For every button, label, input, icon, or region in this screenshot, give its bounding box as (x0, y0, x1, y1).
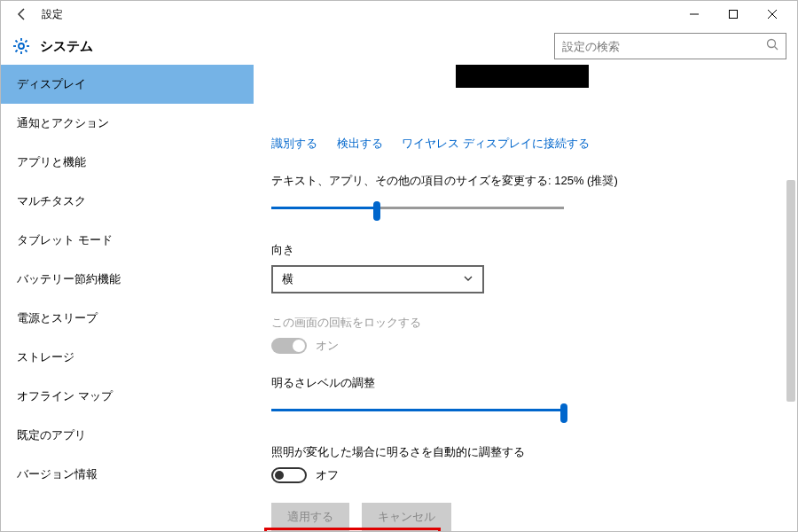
detect-link[interactable]: 検出する (337, 137, 383, 150)
sidebar-item-apps[interactable]: アプリと機能 (1, 143, 254, 182)
window-controls (675, 1, 792, 27)
search-box[interactable] (554, 33, 786, 59)
identify-link[interactable]: 識別する (271, 137, 317, 150)
brightness-label: 明るさレベルの調整 (271, 375, 772, 391)
window-title: 設定 (42, 7, 63, 22)
auto-brightness-toggle[interactable] (271, 467, 307, 483)
sidebar-item-notifications[interactable]: 通知とアクション (1, 104, 254, 143)
button-row: 適用する キャンセル (271, 503, 772, 531)
sidebar-item-about[interactable]: バージョン情報 (1, 455, 254, 494)
rotation-lock-toggle (271, 338, 307, 354)
sidebar-item-battery[interactable]: バッテリー節約機能 (1, 260, 254, 299)
minimize-button[interactable] (675, 1, 714, 27)
maximize-button[interactable] (714, 1, 753, 27)
svg-line-12 (16, 50, 18, 51)
brightness-slider[interactable] (271, 398, 564, 423)
sidebar-item-multitask[interactable]: マルチタスク (1, 182, 254, 221)
back-button[interactable] (6, 1, 38, 27)
sidebar-item-maps[interactable]: オフライン マップ (1, 377, 254, 416)
sidebar: ディスプレイ 通知とアクション アプリと機能 マルチタスク タブレット モード … (1, 65, 254, 531)
rotation-lock-state: オン (316, 338, 339, 354)
svg-line-9 (16, 41, 18, 43)
close-button[interactable] (753, 1, 792, 27)
display-preview (271, 65, 772, 118)
page-title: システム (40, 38, 93, 55)
search-input[interactable] (562, 40, 766, 53)
body: ディスプレイ 通知とアクション アプリと機能 マルチタスク タブレット モード … (1, 65, 797, 531)
auto-brightness-state: オフ (316, 467, 339, 483)
header: システム (1, 27, 797, 65)
search-icon (766, 38, 778, 54)
orientation-label: 向き (271, 242, 772, 258)
scale-label: テキスト、アプリ、その他の項目のサイズを変更する: 125% (推奨) (271, 173, 772, 189)
display-action-links: 識別する 検出する ワイヤレス ディスプレイに接続する (271, 136, 772, 152)
titlebar: 設定 (1, 1, 797, 27)
svg-line-14 (775, 47, 778, 51)
cancel-button[interactable]: キャンセル (362, 503, 451, 531)
svg-line-10 (25, 50, 27, 51)
svg-line-11 (25, 41, 27, 43)
gear-icon (12, 36, 31, 56)
scale-slider[interactable] (271, 196, 564, 221)
wireless-display-link[interactable]: ワイヤレス ディスプレイに接続する (402, 137, 590, 150)
sidebar-item-power[interactable]: 電源とスリープ (1, 299, 254, 338)
apply-button[interactable]: 適用する (271, 503, 349, 531)
orientation-select[interactable]: 横 (271, 265, 484, 293)
svg-rect-1 (730, 11, 738, 19)
content-pane: 識別する 検出する ワイヤレス ディスプレイに接続する テキスト、アプリ、その他… (254, 65, 797, 531)
sidebar-item-default-apps[interactable]: 既定のアプリ (1, 416, 254, 455)
sidebar-item-display[interactable]: ディスプレイ (1, 65, 254, 104)
settings-window: 設定 システム ディスプレイ 通知とアクション アプリと機能 マルチタスク タブ… (0, 0, 798, 532)
sidebar-item-storage[interactable]: ストレージ (1, 338, 254, 377)
sidebar-item-tablet[interactable]: タブレット モード (1, 221, 254, 260)
chevron-down-icon (463, 273, 473, 286)
auto-brightness-label: 照明が変化した場合に明るさを自動的に調整する (271, 444, 772, 460)
monitor-thumbnail[interactable] (456, 65, 589, 88)
orientation-value: 横 (282, 271, 293, 287)
svg-point-13 (768, 40, 776, 48)
rotation-lock-label: この画面の回転をロックする (271, 315, 772, 331)
svg-point-4 (19, 43, 24, 49)
